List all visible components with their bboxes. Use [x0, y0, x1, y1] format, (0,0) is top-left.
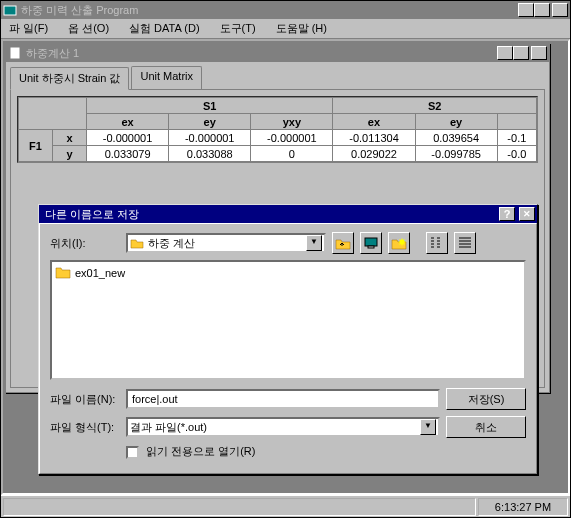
new-folder-icon — [391, 235, 407, 251]
doc-icon — [8, 46, 22, 60]
readonly-text: 읽기 전용으로 열기(R) — [146, 445, 255, 457]
svg-rect-2 — [365, 238, 377, 246]
row-x: x — [53, 130, 87, 146]
svg-rect-0 — [4, 6, 16, 15]
new-folder-button[interactable] — [388, 232, 410, 254]
col-trunc — [497, 114, 536, 130]
status-time: 6:13:27 PM — [478, 498, 568, 516]
cell[interactable]: 0.033079 — [87, 146, 169, 162]
dialog-close-button[interactable]: ✕ — [519, 207, 535, 221]
save-button[interactable]: 저장(S) — [446, 388, 526, 410]
filetype-label: 파일 형식(T): — [50, 420, 120, 435]
folder-icon — [55, 265, 71, 281]
col-ex2: ex — [333, 114, 415, 130]
readonly-checkbox[interactable] — [126, 446, 139, 459]
mdi-client-area: 하중계산 1 _ □ ✕ Unit 하중시 Strain 값 Unit Matr… — [1, 39, 570, 495]
cell[interactable]: 0.029022 — [333, 146, 415, 162]
readonly-checkbox-label[interactable]: 읽기 전용으로 열기(R) — [126, 444, 255, 459]
file-name: ex01_new — [75, 267, 125, 279]
tabstrip: Unit 하중시 Strain 값 Unit Matrix — [6, 62, 549, 89]
dialog-body: 위치(I): 하중 계산 ▼ — [39, 223, 537, 474]
statusbar: 6:13:27 PM — [1, 495, 570, 517]
grid-group-s2: S2 — [333, 98, 537, 114]
maximize-button[interactable]: □ — [534, 3, 550, 17]
grid-corner — [19, 98, 87, 130]
dialog-title: 다른 이름으로 저장 — [41, 207, 499, 222]
desktop-button[interactable] — [360, 232, 382, 254]
filetype-value: 결과 파일(*.out) — [130, 420, 420, 435]
cell[interactable]: -0.000001 — [251, 130, 333, 146]
filename-label: 파일 이름(N): — [50, 392, 120, 407]
main-title-buttons: _ □ ✕ — [518, 3, 568, 17]
cell[interactable]: 0.039654 — [415, 130, 497, 146]
data-grid[interactable]: S1 S2 ex ey yxy ex ey F1 — [17, 96, 538, 163]
child-maximize-button[interactable]: □ — [513, 46, 529, 60]
cell[interactable]: 0.033088 — [169, 146, 251, 162]
combo-dropdown-icon[interactable]: ▼ — [306, 235, 322, 251]
cell[interactable]: -0.000001 — [169, 130, 251, 146]
col-ex: ex — [87, 114, 169, 130]
location-value: 하중 계산 — [148, 236, 306, 251]
cell[interactable]: -0.011304 — [333, 130, 415, 146]
menu-tools[interactable]: 도구(T) — [216, 19, 260, 38]
location-label: 위치(I): — [50, 236, 120, 251]
help-button[interactable]: ? — [499, 207, 515, 221]
table-row[interactable]: y 0.033079 0.033088 0 0.029022 -0.099785… — [19, 146, 537, 162]
menu-file[interactable]: 파 일(F) — [5, 19, 52, 38]
details-icon — [457, 235, 473, 251]
child-minimize-button[interactable]: _ — [497, 46, 513, 60]
svg-rect-3 — [368, 246, 374, 248]
svg-rect-1 — [10, 47, 20, 59]
child-titlebar: 하중계산 1 _ □ ✕ — [6, 44, 549, 62]
tab-matrix[interactable]: Unit Matrix — [131, 66, 202, 89]
dialog-titlebar: 다른 이름으로 저장 ? ✕ — [39, 205, 537, 223]
child-close-button[interactable]: ✕ — [531, 46, 547, 60]
status-panel — [3, 498, 476, 516]
tab-strain[interactable]: Unit 하중시 Strain 값 — [10, 67, 129, 90]
menu-help[interactable]: 도움말 (H) — [272, 19, 331, 38]
filetype-dropdown-icon[interactable]: ▼ — [420, 419, 436, 435]
child-title-buttons: _ □ ✕ — [497, 46, 547, 60]
row-group-f1: F1 — [19, 130, 53, 162]
col-yxy: yxy — [251, 114, 333, 130]
cell[interactable]: -0.0 — [497, 146, 536, 162]
cell[interactable]: -0.000001 — [87, 130, 169, 146]
menu-options[interactable]: 옵 션(O) — [64, 19, 113, 38]
main-title: 하중 미력 산출 Program — [21, 3, 518, 18]
main-window: 하중 미력 산출 Program _ □ ✕ 파 일(F) 옵 션(O) 실험 … — [0, 0, 571, 518]
cell[interactable]: -0.099785 — [415, 146, 497, 162]
app-icon — [3, 3, 17, 17]
list-item[interactable]: ex01_new — [54, 264, 522, 282]
menu-data[interactable]: 실험 DATA (D) — [125, 19, 203, 38]
cell[interactable]: -0.1 — [497, 130, 536, 146]
grid-group-s1: S1 — [87, 98, 333, 114]
file-list[interactable]: ex01_new — [50, 260, 526, 380]
location-combo[interactable]: 하중 계산 ▼ — [126, 233, 326, 253]
list-icon — [429, 235, 445, 251]
desktop-icon — [363, 235, 379, 251]
list-view-button[interactable] — [426, 232, 448, 254]
row-y: y — [53, 146, 87, 162]
save-as-dialog: 다른 이름으로 저장 ? ✕ 위치(I): 하중 계산 ▼ — [38, 204, 538, 475]
col-ey: ey — [169, 114, 251, 130]
col-ey2: ey — [415, 114, 497, 130]
cancel-button[interactable]: 취소 — [446, 416, 526, 438]
up-folder-icon — [335, 235, 351, 251]
main-titlebar: 하중 미력 산출 Program _ □ ✕ — [1, 1, 570, 19]
filetype-combo[interactable]: 결과 파일(*.out) ▼ — [126, 417, 440, 437]
cell[interactable]: 0 — [251, 146, 333, 162]
up-one-level-button[interactable] — [332, 232, 354, 254]
child-title: 하중계산 1 — [26, 46, 497, 61]
table-row[interactable]: F1 x -0.000001 -0.000001 -0.000001 -0.01… — [19, 130, 537, 146]
details-view-button[interactable] — [454, 232, 476, 254]
menubar: 파 일(F) 옵 션(O) 실험 DATA (D) 도구(T) 도움말 (H) — [1, 19, 570, 39]
folder-open-icon — [130, 236, 144, 250]
minimize-button[interactable]: _ — [518, 3, 534, 17]
filename-input[interactable]: force|.out — [126, 389, 440, 409]
close-button[interactable]: ✕ — [552, 3, 568, 17]
